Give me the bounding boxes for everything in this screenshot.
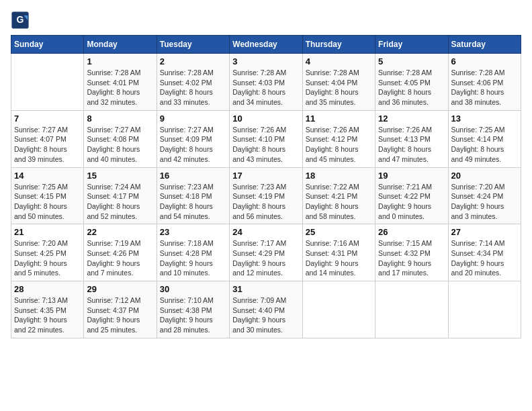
day-info: Sunrise: 7:09 AM Sunset: 4:40 PM Dayligh… (232, 295, 299, 335)
day-number: 1 (87, 56, 153, 66)
day-number: 17 (232, 171, 299, 181)
day-number: 14 (14, 171, 81, 181)
day-number: 5 (378, 56, 445, 66)
day-info: Sunrise: 7:24 AM Sunset: 4:17 PM Dayligh… (87, 182, 153, 222)
calendar-cell: 24Sunrise: 7:17 AM Sunset: 4:29 PM Dayli… (230, 224, 302, 281)
calendar-cell: 29Sunrise: 7:12 AM Sunset: 4:37 PM Dayli… (84, 281, 157, 338)
day-info: Sunrise: 7:13 AM Sunset: 4:35 PM Dayligh… (14, 295, 81, 335)
logo-icon: G (11, 11, 30, 30)
calendar-cell: 11Sunrise: 7:26 AM Sunset: 4:12 PM Dayli… (302, 110, 375, 167)
col-header-wednesday: Wednesday (230, 36, 302, 54)
calendar-cell: 28Sunrise: 7:13 AM Sunset: 4:35 PM Dayli… (11, 281, 84, 338)
calendar-cell: 25Sunrise: 7:16 AM Sunset: 4:31 PM Dayli… (302, 224, 375, 281)
calendar-week-1: 7Sunrise: 7:27 AM Sunset: 4:07 PM Daylig… (11, 110, 521, 167)
day-number: 31 (232, 284, 299, 294)
day-info: Sunrise: 7:27 AM Sunset: 4:09 PM Dayligh… (160, 125, 226, 165)
day-number: 26 (378, 227, 445, 237)
day-info: Sunrise: 7:22 AM Sunset: 4:21 PM Dayligh… (306, 182, 372, 222)
day-info: Sunrise: 7:28 AM Sunset: 4:05 PM Dayligh… (378, 68, 445, 107)
day-info: Sunrise: 7:20 AM Sunset: 4:25 PM Dayligh… (14, 238, 81, 278)
calendar-cell: 10Sunrise: 7:26 AM Sunset: 4:10 PM Dayli… (230, 110, 302, 167)
calendar-cell: 31Sunrise: 7:09 AM Sunset: 4:40 PM Dayli… (230, 281, 302, 338)
day-number: 20 (451, 171, 518, 181)
calendar-cell (448, 281, 521, 338)
day-number: 3 (232, 56, 299, 66)
calendar-cell (302, 281, 375, 338)
col-header-saturday: Saturday (448, 36, 521, 54)
day-number: 13 (451, 113, 518, 124)
calendar-cell: 1Sunrise: 7:28 AM Sunset: 4:01 PM Daylig… (84, 54, 157, 111)
calendar-week-2: 14Sunrise: 7:25 AM Sunset: 4:15 PM Dayli… (11, 167, 521, 224)
col-header-tuesday: Tuesday (157, 36, 229, 54)
calendar-cell: 6Sunrise: 7:28 AM Sunset: 4:06 PM Daylig… (448, 54, 521, 111)
calendar-cell: 20Sunrise: 7:20 AM Sunset: 4:24 PM Dayli… (448, 167, 521, 224)
day-number: 27 (451, 227, 518, 237)
calendar-cell: 19Sunrise: 7:21 AM Sunset: 4:22 PM Dayli… (375, 167, 448, 224)
day-number: 29 (87, 284, 153, 294)
day-info: Sunrise: 7:17 AM Sunset: 4:29 PM Dayligh… (232, 238, 299, 278)
calendar-cell: 21Sunrise: 7:20 AM Sunset: 4:25 PM Dayli… (11, 224, 84, 281)
day-number: 23 (160, 227, 226, 237)
day-number: 18 (306, 171, 372, 181)
day-number: 22 (87, 227, 153, 237)
day-number: 15 (87, 171, 153, 181)
calendar-cell: 9Sunrise: 7:27 AM Sunset: 4:09 PM Daylig… (157, 110, 229, 167)
day-info: Sunrise: 7:27 AM Sunset: 4:07 PM Dayligh… (14, 125, 81, 165)
day-number: 21 (14, 227, 81, 237)
day-number: 8 (87, 113, 153, 124)
day-info: Sunrise: 7:23 AM Sunset: 4:19 PM Dayligh… (232, 182, 299, 222)
col-header-friday: Friday (375, 36, 448, 54)
col-header-sunday: Sunday (11, 36, 84, 54)
day-info: Sunrise: 7:10 AM Sunset: 4:38 PM Dayligh… (160, 295, 226, 335)
calendar-cell: 23Sunrise: 7:18 AM Sunset: 4:28 PM Dayli… (157, 224, 229, 281)
day-info: Sunrise: 7:12 AM Sunset: 4:37 PM Dayligh… (87, 295, 153, 335)
day-info: Sunrise: 7:20 AM Sunset: 4:24 PM Dayligh… (451, 182, 518, 222)
calendar-cell: 3Sunrise: 7:28 AM Sunset: 4:03 PM Daylig… (230, 54, 302, 111)
calendar-cell: 26Sunrise: 7:15 AM Sunset: 4:32 PM Dayli… (375, 224, 448, 281)
day-info: Sunrise: 7:15 AM Sunset: 4:32 PM Dayligh… (378, 238, 445, 278)
day-info: Sunrise: 7:26 AM Sunset: 4:13 PM Dayligh… (378, 125, 445, 165)
col-header-monday: Monday (84, 36, 157, 54)
calendar-cell: 27Sunrise: 7:14 AM Sunset: 4:34 PM Dayli… (448, 224, 521, 281)
day-number: 28 (14, 284, 81, 294)
day-info: Sunrise: 7:25 AM Sunset: 4:14 PM Dayligh… (451, 125, 518, 165)
day-info: Sunrise: 7:28 AM Sunset: 4:04 PM Dayligh… (306, 68, 372, 107)
calendar-cell: 12Sunrise: 7:26 AM Sunset: 4:13 PM Dayli… (375, 110, 448, 167)
day-info: Sunrise: 7:18 AM Sunset: 4:28 PM Dayligh… (160, 238, 226, 278)
day-info: Sunrise: 7:28 AM Sunset: 4:01 PM Dayligh… (87, 68, 153, 107)
day-info: Sunrise: 7:26 AM Sunset: 4:12 PM Dayligh… (306, 125, 372, 165)
col-header-thursday: Thursday (302, 36, 375, 54)
logo: G (11, 11, 32, 30)
day-number: 6 (451, 56, 518, 66)
calendar-week-0: 1Sunrise: 7:28 AM Sunset: 4:01 PM Daylig… (11, 54, 521, 111)
page-header: G (11, 11, 521, 30)
calendar-cell: 13Sunrise: 7:25 AM Sunset: 4:14 PM Dayli… (448, 110, 521, 167)
day-number: 25 (306, 227, 372, 237)
day-info: Sunrise: 7:28 AM Sunset: 4:03 PM Dayligh… (232, 68, 299, 107)
day-number: 11 (306, 113, 372, 124)
calendar-cell: 8Sunrise: 7:27 AM Sunset: 4:08 PM Daylig… (84, 110, 157, 167)
day-number: 10 (232, 113, 299, 124)
calendar-cell: 18Sunrise: 7:22 AM Sunset: 4:21 PM Dayli… (302, 167, 375, 224)
day-number: 30 (160, 284, 226, 294)
calendar-cell (375, 281, 448, 338)
calendar-cell: 17Sunrise: 7:23 AM Sunset: 4:19 PM Dayli… (230, 167, 302, 224)
calendar-cell: 4Sunrise: 7:28 AM Sunset: 4:04 PM Daylig… (302, 54, 375, 111)
calendar-week-4: 28Sunrise: 7:13 AM Sunset: 4:35 PM Dayli… (11, 281, 521, 338)
calendar-cell: 2Sunrise: 7:28 AM Sunset: 4:02 PM Daylig… (157, 54, 229, 111)
calendar-cell: 16Sunrise: 7:23 AM Sunset: 4:18 PM Dayli… (157, 167, 229, 224)
calendar-cell: 14Sunrise: 7:25 AM Sunset: 4:15 PM Dayli… (11, 167, 84, 224)
calendar-cell: 22Sunrise: 7:19 AM Sunset: 4:26 PM Dayli… (84, 224, 157, 281)
day-info: Sunrise: 7:21 AM Sunset: 4:22 PM Dayligh… (378, 182, 445, 222)
day-info: Sunrise: 7:23 AM Sunset: 4:18 PM Dayligh… (160, 182, 226, 222)
day-number: 16 (160, 171, 226, 181)
day-info: Sunrise: 7:28 AM Sunset: 4:06 PM Dayligh… (451, 68, 518, 107)
calendar-table: SundayMondayTuesdayWednesdayThursdayFrid… (11, 35, 521, 338)
calendar-cell: 30Sunrise: 7:10 AM Sunset: 4:38 PM Dayli… (157, 281, 229, 338)
day-number: 12 (378, 113, 445, 124)
calendar-cell: 5Sunrise: 7:28 AM Sunset: 4:05 PM Daylig… (375, 54, 448, 111)
day-number: 7 (14, 113, 81, 124)
day-info: Sunrise: 7:28 AM Sunset: 4:02 PM Dayligh… (160, 68, 226, 107)
day-info: Sunrise: 7:19 AM Sunset: 4:26 PM Dayligh… (87, 238, 153, 278)
day-number: 19 (378, 171, 445, 181)
